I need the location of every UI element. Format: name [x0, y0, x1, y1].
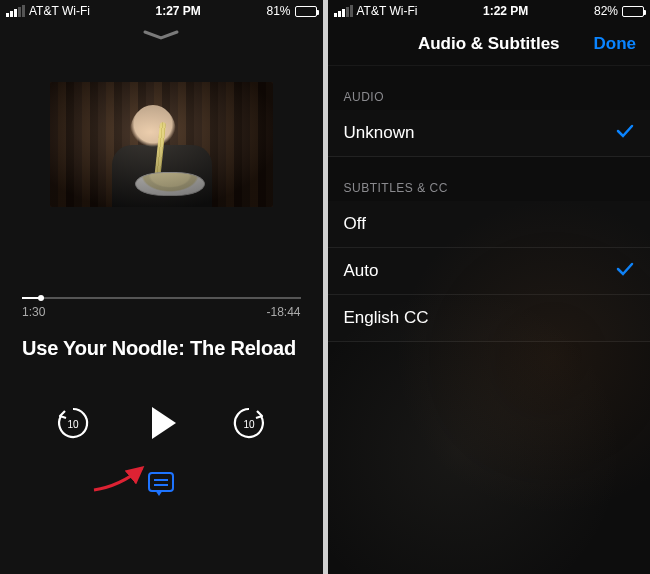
status-bar: AT&T Wi-Fi 1:22 PM 82%: [328, 0, 651, 22]
annotation-arrow-icon: [90, 460, 150, 496]
battery-percent: 81%: [266, 4, 290, 18]
clock: 1:27 PM: [156, 4, 201, 18]
row-label: Unknown: [344, 123, 415, 143]
carrier-label: AT&T Wi-Fi: [357, 4, 418, 18]
battery-icon: [295, 6, 317, 17]
play-button[interactable]: [146, 407, 176, 439]
subtitle-option-row[interactable]: Auto: [328, 248, 651, 295]
cell-signal-icon: [334, 5, 353, 17]
status-bar: AT&T Wi-Fi 1:27 PM 81%: [0, 0, 323, 22]
cell-signal-icon: [6, 5, 25, 17]
audio-subtitles-screen: AT&T Wi-Fi 1:22 PM 82% Audio & Subtitles…: [328, 0, 651, 574]
battery-icon: [622, 6, 644, 17]
nav-title: Audio & Subtitles: [418, 34, 560, 54]
player-screen: AT&T Wi-Fi 1:27 PM 81% 1:30 -18:4: [0, 0, 323, 574]
nav-bar: Audio & Subtitles Done: [328, 22, 651, 66]
svg-text:10: 10: [244, 419, 256, 430]
section-header-subtitles: SUBTITLES & CC: [328, 157, 651, 201]
subtitles-icon: [154, 479, 168, 481]
done-button[interactable]: Done: [594, 34, 637, 54]
audio-option-row[interactable]: Unknown: [328, 110, 651, 157]
elapsed-time: 1:30: [22, 305, 45, 319]
video-thumbnail[interactable]: [50, 82, 273, 207]
subtitle-option-row[interactable]: English CC: [328, 295, 651, 342]
checkmark-icon: [616, 261, 634, 281]
scrubber-thumb[interactable]: [38, 295, 44, 301]
scrubber[interactable]: [22, 297, 301, 299]
checkmark-icon: [616, 123, 634, 143]
subtitle-option-row[interactable]: Off: [328, 201, 651, 248]
skip-back-button[interactable]: 10: [54, 404, 92, 442]
row-label: English CC: [344, 308, 429, 328]
battery-percent: 82%: [594, 4, 618, 18]
video-title: Use Your Noodle: The Reload: [0, 319, 323, 360]
play-icon: [152, 407, 176, 439]
collapse-grip-icon[interactable]: [0, 22, 323, 44]
carrier-label: AT&T Wi-Fi: [29, 4, 90, 18]
section-header-audio: AUDIO: [328, 66, 651, 110]
svg-text:10: 10: [68, 419, 80, 430]
subtitles-button[interactable]: [148, 472, 174, 492]
row-label: Auto: [344, 261, 379, 281]
skip-forward-button[interactable]: 10: [230, 404, 268, 442]
remaining-time: -18:44: [266, 305, 300, 319]
clock: 1:22 PM: [483, 4, 528, 18]
row-label: Off: [344, 214, 366, 234]
